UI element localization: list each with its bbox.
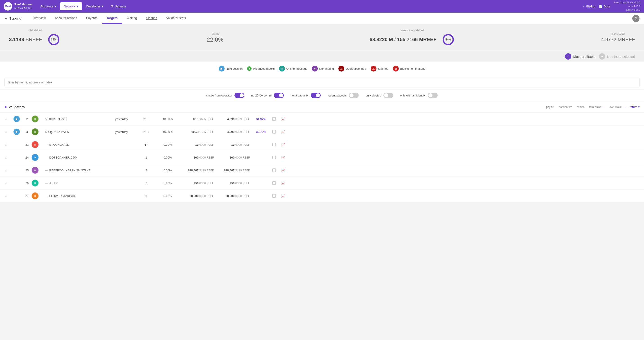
gear-icon: ⚙	[110, 4, 114, 8]
developer-nav-btn[interactable]: Developer ▾	[83, 3, 106, 10]
reef-logo: Reef	[4, 2, 12, 10]
lowest-avg-value: 68.8220 M / 155.7166 MREEF	[370, 37, 436, 42]
row-checkbox[interactable]	[272, 181, 276, 185]
star-icon[interactable]: ☆	[4, 194, 14, 198]
filter-input[interactable]	[4, 78, 640, 87]
tab-targets[interactable]: Targets	[102, 13, 122, 24]
chevron-down-icon: ▾	[77, 4, 78, 8]
payout-col-header: payout	[546, 105, 554, 109]
chart-icon[interactable]: 📈	[281, 194, 288, 198]
comm-cell: 5.00%	[158, 194, 178, 198]
toggle-no-comm: no 20%+ comm	[251, 93, 284, 98]
row-checkbox[interactable]	[272, 194, 276, 198]
validator-name: — STAKING4ALL	[45, 143, 108, 146]
returns-value: 22.0%	[207, 36, 224, 43]
tab-waiting[interactable]: Waiting	[122, 13, 142, 24]
row-checkbox[interactable]	[272, 117, 276, 121]
nominators-count-cell: 2 3	[135, 130, 158, 134]
legend-produced-blocks: 5 Produced blocks	[247, 66, 274, 71]
comm-cell: 0.00%	[158, 143, 178, 146]
own-stake-sort-icon[interactable]: —	[622, 105, 625, 109]
docs-link[interactable]: 📄 Docs	[599, 5, 610, 8]
chevron-down-icon: ▾	[55, 4, 56, 8]
table-row: ☆ ▶ 3 ▦ 5DHgDZ...o1YvLS yesterday 2 3 10…	[0, 125, 644, 138]
comm-cell: 5.00%	[158, 181, 178, 185]
dash-icon: —	[45, 156, 48, 159]
own-stake-cell: 4,999.9999 REEF	[214, 130, 250, 134]
network-nav-btn[interactable]: Network ▾	[60, 2, 82, 10]
stats-bar: total staked 3.1143 BREEF 35% returns 22…	[0, 24, 644, 51]
toggle-no-capacity: no at capacity	[290, 93, 321, 98]
star-icon[interactable]: ☆	[4, 155, 14, 160]
row-checkbox[interactable]	[272, 156, 276, 159]
oversubscribed-icon: ⚠	[338, 66, 344, 71]
nominators-count-cell: 3	[135, 169, 158, 172]
total-stake-col-header: total stake —	[589, 105, 605, 109]
nominators-count-cell: 1	[135, 156, 158, 159]
row-checkbox[interactable]	[272, 130, 276, 134]
total-staked-stat: total staked 3.1143 BREEF 35%	[9, 29, 60, 46]
github-icon: ⑂	[583, 5, 584, 8]
dash-icon: —	[45, 181, 48, 185]
nominate-selected-button[interactable]: ● Nominate selected	[599, 53, 635, 60]
star-icon[interactable]: ☆	[4, 117, 14, 121]
toggle-no-capacity-switch[interactable]	[311, 93, 321, 98]
tab-validator-stats[interactable]: Validator stats	[162, 13, 190, 24]
sub-nav: ✦ Staking Overview Account actions Payou…	[0, 12, 644, 24]
star-icon[interactable]: ☆	[4, 168, 14, 172]
accounts-nav-btn[interactable]: Accounts ▾	[37, 3, 60, 10]
total-staked-donut: 35%	[47, 33, 60, 46]
toggle-with-identity-switch[interactable]	[428, 93, 438, 98]
row-checkbox[interactable]	[272, 143, 276, 146]
toggle-only-elected: only elected	[366, 93, 393, 98]
chart-icon[interactable]: 📈	[281, 156, 288, 159]
staking-label: ✦ Staking	[4, 16, 22, 20]
help-button[interactable]: ?	[632, 15, 640, 22]
chart-icon[interactable]: 📈	[281, 130, 288, 134]
comm-cell: 10.00%	[158, 117, 178, 121]
toggle-single-operator-switch[interactable]	[234, 93, 244, 98]
table-row: ☆ 21 ▦ — STAKING4ALL 17 0.00% 10.0000 RE…	[0, 138, 644, 151]
chevron-down-icon: ▾	[102, 4, 103, 8]
tab-overview[interactable]: Overview	[28, 13, 50, 24]
toggle-only-elected-switch[interactable]	[384, 93, 393, 98]
expand-button[interactable]: ▶	[14, 129, 20, 135]
last-reward-stat: last reward 4.9772 MREEF	[601, 33, 635, 42]
toggle-no-comm-switch[interactable]	[274, 93, 284, 98]
github-link[interactable]: ⑂ GitHub	[583, 5, 595, 8]
total-stake-cell: 88.1884 MREEF	[178, 117, 214, 121]
legend-nominating: ● Nominating	[312, 66, 334, 71]
row-number: 24	[22, 156, 32, 159]
tab-account-actions[interactable]: Account actions	[50, 13, 82, 24]
star-icon[interactable]: ☆	[4, 181, 14, 185]
star-icon[interactable]: ☆	[4, 143, 14, 147]
expand-button[interactable]: ▶	[14, 116, 20, 122]
return-col-header[interactable]: return ▾	[630, 105, 640, 109]
validator-avatar: ▦	[32, 115, 39, 123]
chain-sub: reef/5 #629,121	[14, 6, 33, 10]
row-checkbox[interactable]	[272, 168, 276, 172]
most-profitable-button[interactable]: ✓ Most profitable	[565, 53, 595, 60]
settings-nav-btn[interactable]: ⚙ Settings	[107, 3, 130, 10]
own-stake-cell: 628,407.5429 REEF	[214, 169, 250, 172]
toggle-recent-payouts-switch[interactable]	[349, 93, 359, 98]
chart-icon[interactable]: 📈	[281, 181, 288, 185]
total-stake-cell: 800.0000 REEF	[178, 156, 214, 159]
own-stake-cell: 250.0000 REEF	[214, 181, 250, 185]
block-number: #629,121	[22, 7, 32, 9]
star-icon[interactable]: ☆	[4, 130, 14, 134]
return-cell: 30.73%	[250, 130, 272, 134]
chart-icon[interactable]: 📈	[281, 117, 288, 121]
row-number: 21	[22, 143, 32, 146]
online-message-icon: ✉	[279, 66, 285, 71]
tab-slashes[interactable]: Slashes	[142, 13, 162, 24]
chart-icon[interactable]: 📈	[281, 168, 288, 172]
own-stake-cell: 10.0000 REEF	[214, 143, 250, 146]
comm-cell: 0.00%	[158, 169, 178, 172]
tab-payouts[interactable]: Payouts	[82, 13, 102, 24]
nominating-icon: ●	[312, 66, 318, 71]
chart-icon[interactable]: 📈	[281, 143, 288, 146]
row-number: 27	[22, 194, 32, 198]
nominators-count-cell: 51	[135, 181, 158, 185]
total-stake-sort-icon[interactable]: —	[602, 105, 605, 109]
